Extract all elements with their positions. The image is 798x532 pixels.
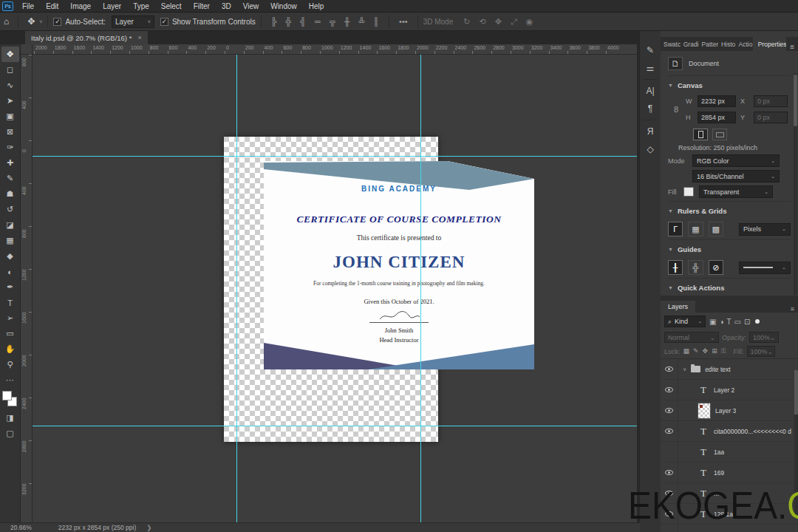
character-panel-icon[interactable]: A| (641, 82, 660, 100)
menu-item-image[interactable]: Image (64, 0, 97, 13)
layer-row[interactable]: Tcita0000000...<<<<<<<<0 d (661, 421, 798, 442)
frame-tool[interactable]: ⊠ (1, 124, 19, 140)
guide-vertical[interactable] (236, 55, 237, 522)
object-selection-tool[interactable]: ➤ (1, 93, 19, 109)
tab-layers[interactable]: Layers (661, 301, 695, 313)
lock-position-icon[interactable]: ✥ (703, 347, 709, 355)
ruler-left[interactable]: 8004000400800120016002000240028003200 (21, 55, 33, 522)
quick-actions-section-header[interactable]: ▼ Quick Actions (668, 278, 791, 296)
layer-fill-field[interactable]: 100%⌄ (747, 346, 775, 357)
lock-all-icon[interactable]: ⚿ (721, 347, 726, 355)
tab-properties[interactable]: Properties (753, 37, 786, 51)
align-center-v-icon[interactable]: ═ (310, 17, 325, 26)
gradient-tool[interactable]: ▦ (1, 233, 19, 248)
eye-icon[interactable] (665, 387, 673, 392)
move-tool-icon[interactable]: ✥ (24, 16, 38, 27)
document-tab[interactable]: Italy id.psd @ 20.7% (RGB/16) * × (25, 31, 148, 44)
eraser-tool[interactable]: ◪ (1, 217, 19, 233)
panel-menu-icon[interactable]: ≡ (787, 305, 798, 313)
canvas-area[interactable]: BING ACADEMY CERTIFICATE OF COURSE COMPL… (33, 55, 637, 522)
show-transform-checkbox[interactable]: ✓ (160, 18, 168, 26)
distribute-h-icon[interactable]: ║ (369, 17, 383, 26)
tool-presets-icon[interactable]: ⚌ (641, 59, 660, 77)
menu-item-layer[interactable]: Layer (97, 0, 127, 13)
tab-swatc[interactable]: Swatc (661, 37, 681, 51)
lock-guides-icon[interactable]: ╬ (688, 260, 703, 275)
foreground-color-swatch[interactable] (2, 391, 12, 400)
zoom-tool[interactable]: ⚲ (1, 357, 19, 372)
properties-scrollbar[interactable] (794, 73, 797, 295)
distribute-top-icon[interactable]: ╦ (325, 17, 340, 26)
layer-name[interactable]: Layer 2 (714, 386, 734, 394)
lock-artboard-icon[interactable]: ⊞ (712, 347, 717, 355)
visibility-cell[interactable] (661, 359, 678, 379)
marquee-tool[interactable]: ◻ (1, 62, 19, 78)
menu-item-file[interactable]: File (16, 0, 40, 13)
align-center-h-icon[interactable]: ╬ (282, 17, 296, 26)
filter-shape-icon[interactable]: ▭ (733, 318, 743, 326)
menu-item-edit[interactable]: Edit (40, 0, 64, 13)
fill-swatch[interactable] (683, 187, 694, 197)
guide-horizontal[interactable] (33, 426, 637, 426)
landscape-orientation-button[interactable] (712, 129, 727, 140)
visibility-cell[interactable] (661, 400, 678, 420)
close-icon[interactable]: × (137, 34, 141, 41)
zoom-level-field[interactable]: 20.66% (10, 524, 32, 531)
healing-brush-tool[interactable]: ✚ (1, 155, 19, 171)
dodge-tool[interactable]: ◐ (1, 264, 19, 279)
distribute-center-icon[interactable]: ╫ (340, 17, 355, 26)
eye-icon[interactable] (665, 429, 673, 434)
lock-transparency-icon[interactable]: ▦ (683, 347, 690, 355)
menu-item-window[interactable]: Window (265, 0, 303, 13)
fill-dropdown[interactable]: Transparent ⌄ (699, 185, 773, 198)
blend-mode-dropdown[interactable]: Normal⌄ (664, 332, 719, 343)
layer-name[interactable]: Layer 3 (715, 407, 736, 415)
tab-actio[interactable]: Actio (736, 37, 753, 51)
visibility-cell[interactable] (661, 463, 678, 482)
menu-item-select[interactable]: Select (155, 0, 188, 13)
type-tool[interactable]: T (1, 295, 19, 310)
history-brush-tool[interactable]: ↺ (1, 202, 19, 217)
layer-row[interactable]: T1aa (661, 442, 798, 463)
blur-tool[interactable]: ◆ (1, 248, 19, 264)
eyedropper-tool[interactable]: ✑ (1, 140, 19, 155)
menu-item-filter[interactable]: Filter (188, 0, 216, 13)
move-tool[interactable]: ✥ (1, 47, 19, 62)
ruler-top[interactable]: 2000180016001400120010008006004002000200… (33, 44, 637, 55)
layer-name[interactable]: edite text (705, 366, 731, 373)
menu-item-help[interactable]: Help (303, 0, 330, 13)
filter-light-icon[interactable] (755, 319, 760, 324)
quick-mask-icon[interactable]: ◨ (1, 410, 19, 426)
kind-filter-dropdown[interactable]: ⌕ Kind ⌄ (664, 316, 706, 327)
ruler-corner[interactable] (21, 44, 33, 55)
menu-item-view[interactable]: View (237, 0, 265, 13)
transparency-grid-icon[interactable]: ▩ (709, 222, 723, 236)
guides-toggle-icon[interactable]: ╂ (668, 260, 683, 275)
properties-document-row[interactable]: 🗋 Document (668, 55, 791, 76)
visibility-cell[interactable] (661, 442, 678, 462)
paragraph-panel-icon[interactable]: ¶ (641, 100, 660, 117)
glyphs-panel-icon[interactable]: Я (641, 123, 660, 140)
chevron-down-icon[interactable]: ˅ (39, 19, 42, 24)
eye-icon[interactable] (665, 470, 673, 475)
brush-settings-icon[interactable]: ✎ (641, 41, 660, 59)
auto-select-checkbox[interactable]: ✓ (53, 18, 61, 26)
status-arrow-icon[interactable]: ❯ (146, 524, 151, 531)
guides-section-header[interactable]: ▼ Guides (668, 239, 791, 257)
certificate-artwork[interactable]: BING ACADEMY CERTIFICATE OF COURSE COMPL… (264, 161, 534, 369)
layer-row[interactable]: T169 (661, 463, 798, 483)
edit-toolbar[interactable]: ⋯ (1, 372, 19, 388)
crop-tool[interactable]: ▣ (1, 109, 19, 124)
rulers-toggle-icon[interactable]: Γ (668, 222, 683, 236)
lasso-tool[interactable]: ∿ (1, 78, 19, 93)
filter-smart-icon[interactable]: ⊡ (743, 318, 751, 326)
tab-gradi[interactable]: Gradi (681, 37, 699, 51)
guide-style-dropdown[interactable]: ⌄ (739, 262, 791, 274)
layer-row[interactable]: ∨edite text (661, 359, 798, 380)
group-chevron-icon[interactable]: ∨ (683, 366, 686, 372)
guide-vertical[interactable] (420, 55, 421, 522)
layer-name[interactable]: 169 (714, 469, 724, 477)
rulers-grids-section-header[interactable]: ▼ Rulers & Grids (668, 201, 791, 219)
screen-mode-icon[interactable]: ▢ (1, 426, 19, 441)
hand-tool[interactable]: ✋ (1, 341, 19, 357)
